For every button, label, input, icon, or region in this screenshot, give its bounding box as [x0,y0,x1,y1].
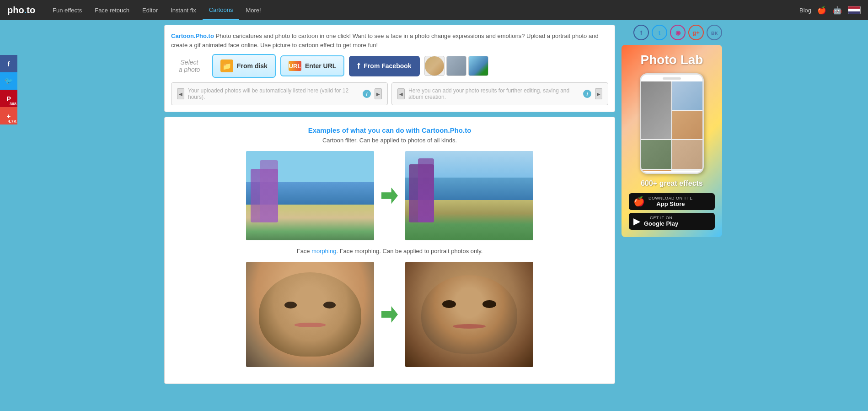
prev-arrow-button[interactable]: ◀ [177,88,184,99]
add-share-button[interactable]: + 4.7K [0,107,17,124]
uploaded-info-icon[interactable]: i [363,90,371,98]
results-prev-arrow[interactable]: ◀ [397,88,405,99]
pinterest-count: 308 [10,102,16,106]
thumb-face-1 [425,56,444,76]
instagram-social-icon[interactable]: ◉ [670,25,686,40]
nav-editor[interactable]: Editor [136,0,164,20]
phone-cell-4 [641,140,671,168]
example-arrow-2 [381,306,398,323]
nav-more[interactable]: More! [239,0,267,20]
phone-cell-6 [641,170,671,171]
social-icons-top: f t ◉ g+ вк [622,25,722,40]
android-icon[interactable]: 🤖 [832,5,842,15]
google-play-sub: GET IT ON [644,216,678,220]
upload-controls: Select a photo 📁 From disk URL Enter URL… [171,54,608,78]
desc-text: Photo caricatures and photo to cartoon i… [171,32,599,49]
nav-instant-fix[interactable]: Instant fix [164,0,203,20]
nav-right-section: Blog 🍎 🤖 [799,5,861,15]
beach-example-row [174,151,605,240]
face-cartoon [405,262,533,367]
store-buttons: 🍎 Download on the App Store ▶ GET IT ON … [629,193,715,230]
face-morphing-subtitle: Face morphing. Face morphing. Can be app… [174,248,605,254]
beach-original [246,151,374,240]
uploaded-photos-box: ◀ Your uploaded photos will be automatic… [171,82,388,105]
phone-screen [641,81,702,171]
googleplus-social-icon[interactable]: g+ [688,25,704,40]
nav-fun-effects[interactable]: Fun effects [46,0,88,20]
facebook-social-icon[interactable]: f [633,25,649,40]
brand-name: Cartoon.Pho.to [171,32,214,39]
morphing-link[interactable]: morphing [311,248,336,254]
upload-box: Cartoon.Pho.to Photo caricatures and pho… [164,25,615,112]
phone-cell-5 [672,140,702,168]
beach-cartoon [405,151,533,240]
app-store-button[interactable]: 🍎 Download on the App Store [629,193,715,210]
apple-store-icon: 🍎 [633,196,645,207]
uploaded-photos-text: Your uploaded photos will be automatical… [188,87,359,100]
face-original [246,262,374,367]
thumbnail-strip [424,56,488,76]
social-sidebar: f 🐦 P 308 + 4.7K [0,55,17,124]
phone-mockup [640,73,704,174]
upload-description: Cartoon.Pho.to Photo caricatures and pho… [171,32,608,49]
top-navigation: pho.to Fun effects Face retouch Editor I… [0,0,868,20]
results-info-icon[interactable]: i [583,90,591,98]
sample-thumb-2[interactable] [446,56,466,76]
face-example-row [174,262,605,367]
twitter-social-icon[interactable]: t [652,25,667,40]
ad-effects-text: 600+ great effects [629,179,715,188]
cartoon-filter-subtitle: Cartoon filter. Can be applied to photos… [174,137,605,144]
app-store-text: Download on the App Store [648,196,693,207]
results-photos-text: Here you can add your photo results for … [408,87,579,100]
sample-thumb-3[interactable] [468,56,488,76]
phone-cell-1 [641,81,671,140]
sample-thumb-1[interactable] [424,56,445,76]
nav-cartoons[interactable]: Cartoons [203,0,240,20]
photo-list-boxes: ◀ Your uploaded photos will be automatic… [171,82,608,105]
face-cartoon-image [405,262,533,367]
blog-link[interactable]: Blog [799,7,811,14]
beach-original-image [246,151,374,240]
facebook-share-button[interactable]: f [0,55,17,72]
example-arrow-1 [381,188,398,204]
ad-title: Photo Lab [629,52,715,68]
face-original-image [246,262,374,367]
app-store-main: App Store [648,200,693,207]
apple-icon[interactable]: 🍎 [817,5,827,15]
nav-face-retouch[interactable]: Face retouch [88,0,136,20]
main-wrapper: Cartoon.Pho.to Photo caricatures and pho… [141,20,727,389]
url-icon: URL [289,61,301,71]
pinterest-share-button[interactable]: P 308 [0,90,17,107]
next-arrow-button[interactable]: ▶ [375,88,382,99]
twitter-share-button[interactable]: 🐦 [0,72,17,90]
center-panel: Cartoon.Pho.to Photo caricatures and pho… [164,25,615,384]
phone-cell-3 [672,111,702,139]
add-count: 4.7K [8,119,16,124]
phone-cell-2 [672,81,702,110]
google-play-main: Google Play [644,220,678,227]
nav-links: Fun effects Face retouch Editor Instant … [46,0,799,20]
right-panel: f t ◉ g+ вк Photo Lab 600+ great effect [622,25,722,384]
app-store-sub: Download on the [648,196,693,200]
examples-section: Examples of what you can do with Cartoon… [164,117,615,384]
phone-speaker [663,77,681,80]
thumb-face-2 [447,56,466,76]
site-logo[interactable]: pho.to [7,5,35,16]
thumb-landscape [469,56,488,76]
beach-cartoon-image [405,151,533,240]
from-disk-button[interactable]: 📁 From disk [212,54,276,78]
results-photos-box: ◀ Here you can add your photo results fo… [391,82,608,105]
disk-icon: 📁 [220,59,233,72]
examples-title: Examples of what you can do with Cartoon… [174,126,605,134]
ad-banner: Photo Lab 600+ great effects 🍎 Dow [622,45,722,237]
from-facebook-button[interactable]: f From Facebook [349,56,419,76]
google-play-icon: ▶ [633,216,640,227]
facebook-icon: f [357,61,360,71]
google-play-text: GET IT ON Google Play [644,216,678,227]
select-photo-label: Select a photo [171,59,208,73]
us-flag-icon[interactable] [848,6,861,14]
enter-url-button[interactable]: URL Enter URL [280,55,344,76]
results-next-arrow[interactable]: ▶ [595,88,602,99]
vk-social-icon[interactable]: вк [707,25,722,40]
google-play-button[interactable]: ▶ GET IT ON Google Play [629,213,715,230]
